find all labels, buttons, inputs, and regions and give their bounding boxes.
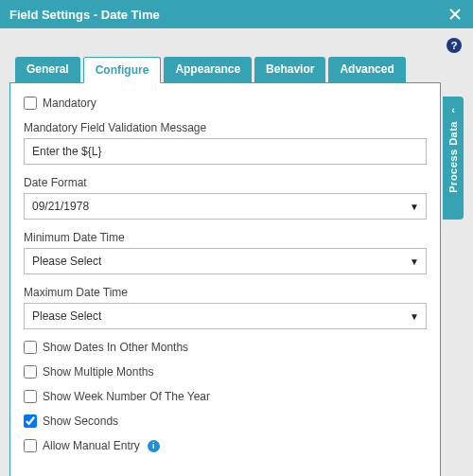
mandatory-label: Mandatory: [43, 97, 96, 110]
show-week-num-row: Show Week Number Of The Year: [24, 390, 427, 403]
show-multiple-months-row: Show Multiple Months: [24, 365, 427, 379]
process-data-label: Process Data: [447, 121, 459, 193]
title-bar: Field Settings - Date Time: [0, 0, 473, 28]
help-row: ?: [9, 36, 464, 55]
tab-behavior[interactable]: Behavior: [254, 57, 325, 83]
tab-configure[interactable]: Configure: [83, 57, 162, 83]
dialog-title: Field Settings - Date Time: [9, 8, 447, 22]
date-format-select[interactable]: 09/21/1978: [24, 193, 427, 220]
help-icon[interactable]: ?: [447, 38, 462, 53]
show-week-num-checkbox[interactable]: [24, 390, 37, 403]
process-data-side-tab[interactable]: ‹ Process Data: [443, 97, 464, 220]
date-format-select-wrap: 09/21/1978 ▼: [24, 193, 427, 220]
min-datetime-label: Minimum Date Time: [24, 231, 427, 244]
max-datetime-select[interactable]: Please Select: [24, 303, 427, 329]
validation-msg-label: Mandatory Field Validation Message: [24, 121, 427, 134]
show-seconds-checkbox[interactable]: [24, 414, 37, 428]
info-icon[interactable]: i: [148, 440, 160, 452]
configure-panel: Mandatory Mandatory Field Validation Mes…: [9, 82, 441, 476]
show-week-num-label: Show Week Number Of The Year: [43, 390, 210, 403]
allow-manual-checkbox[interactable]: [24, 439, 37, 452]
show-seconds-label: Show Seconds: [43, 414, 118, 428]
mandatory-checkbox[interactable]: [24, 97, 37, 110]
max-datetime-select-wrap: Please Select ▼: [24, 303, 427, 329]
date-format-label: Date Format: [24, 176, 427, 189]
dialog-body: ? General Configure Appearance Behavior …: [0, 28, 473, 476]
validation-msg-input[interactable]: [24, 138, 427, 165]
tab-appearance[interactable]: Appearance: [164, 57, 252, 83]
close-button[interactable]: [447, 6, 464, 23]
chevron-left-icon: ‹: [451, 104, 455, 115]
min-datetime-select[interactable]: Please Select: [24, 248, 427, 274]
show-other-months-row: Show Dates In Other Months: [24, 341, 427, 354]
tab-advanced[interactable]: Advanced: [328, 57, 405, 83]
show-multiple-months-label: Show Multiple Months: [43, 365, 153, 379]
tab-strip: General Configure Appearance Behavior Ad…: [9, 57, 464, 83]
min-datetime-select-wrap: Please Select ▼: [24, 248, 427, 274]
max-datetime-label: Maximum Date Time: [24, 286, 427, 299]
allow-manual-row: Allow Manual Entry i: [24, 439, 427, 452]
content-wrap: Mandatory Mandatory Field Validation Mes…: [9, 83, 464, 476]
tab-general[interactable]: General: [15, 57, 80, 83]
show-seconds-row: Show Seconds: [24, 414, 427, 428]
show-other-months-label: Show Dates In Other Months: [43, 341, 188, 354]
mandatory-row: Mandatory: [24, 97, 427, 110]
show-other-months-checkbox[interactable]: [24, 341, 37, 354]
show-multiple-months-checkbox[interactable]: [24, 365, 37, 379]
allow-manual-label: Allow Manual Entry: [43, 439, 140, 452]
close-icon: [449, 9, 461, 20]
